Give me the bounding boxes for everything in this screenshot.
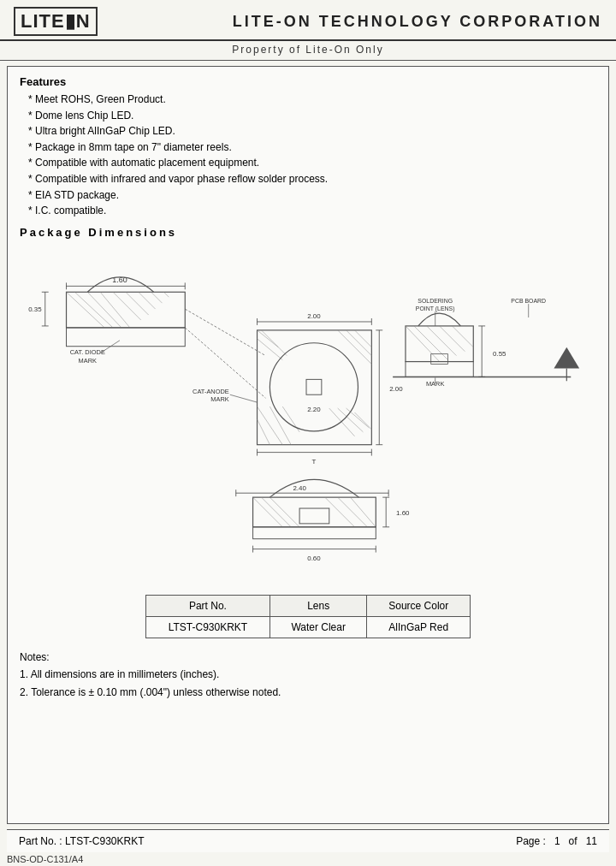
svg-line-84 [253,497,283,527]
feature-item: * Ultra bright AlInGaP Chip LED. [28,123,596,139]
svg-rect-18 [67,328,186,347]
footer-page-info: Page : 1 of 11 [516,835,597,847]
svg-line-31 [346,408,370,428]
svg-line-38 [338,330,372,365]
svg-text:2.00: 2.00 [389,385,403,393]
svg-line-65 [427,326,457,356]
table-area: Part No. Lens Source Color LTST-C930KRKT… [20,595,596,638]
note-item-2: 2. Tolerance is ± 0.10 mm (.004") unless… [20,684,596,701]
svg-text:MARK: MARK [79,356,97,364]
svg-line-36 [346,330,372,356]
svg-line-67 [453,326,474,347]
parts-table: Part No. Lens Source Color LTST-C930KRKT… [145,595,471,638]
logo-area: LITE▮N [14,7,98,36]
col-header-lens: Lens [270,595,367,616]
feature-item: * Compatible with automatic placement eq… [28,155,596,171]
footer-total-pages: 11 [586,835,597,847]
table-row: LTST-C930KRKT Water Clear AlInGaP Red [146,616,471,638]
main-content: Features * Meet ROHS, Green Product. * D… [7,66,609,824]
feature-item: * Package in 8mm tape on 7" diameter ree… [28,139,596,156]
feature-list: * Meet ROHS, Green Product. * Dome lens … [28,92,596,219]
bottom-label: BNS-OD-C131/A4 [0,852,616,866]
svg-line-85 [261,497,291,527]
feature-item: * Meet ROHS, Green Product. [28,92,596,108]
svg-rect-83 [253,497,376,527]
svg-text:1.60: 1.60 [396,509,410,517]
svg-line-32 [355,412,372,430]
notes-title: Notes: [20,649,596,666]
col-header-partno: Part No. [146,595,270,616]
svg-text:T: T [312,458,317,466]
page: LITE▮N LITE-ON TECHNOLOGY CORPORATION Pr… [0,0,616,866]
svg-text:2.20: 2.20 [307,406,321,413]
svg-text:MARK: MARK [210,395,228,403]
svg-line-25 [258,406,283,445]
package-title: Package Dimensions [20,226,596,239]
footer-of-label: of [569,835,578,847]
svg-line-15 [139,292,156,309]
svg-text:2.00: 2.00 [307,312,321,320]
svg-rect-91 [253,527,376,539]
svg-text:0.35: 0.35 [28,305,42,313]
footer-part-label: Part No. : LTST-C930KRKT [19,835,145,847]
subtitle: Property of Lite-On Only [0,41,616,61]
footer-page-label: Page : [516,835,546,847]
header: LITE▮N LITE-ON TECHNOLOGY CORPORATION [0,0,616,41]
note-item-1: 1. All dimensions are in millimeters (in… [20,666,596,683]
logo-box: LITE▮N [14,7,98,36]
svg-line-37 [355,330,372,347]
bottom-view: 2.40 [236,479,410,562]
feature-item: * Compatible with infrared and vapor pha… [28,171,596,187]
svg-marker-70 [554,347,579,368]
svg-line-27 [270,406,291,445]
svg-line-34 [258,339,283,360]
technical-diagram: 1.60 0.35 [20,244,596,586]
svg-line-35 [261,330,287,356]
svg-rect-40 [306,379,322,394]
feature-item: * Dome lens Chip LED. [28,108,596,124]
svg-line-14 [126,292,149,315]
cell-lens: Water Clear [270,616,367,638]
svg-text:CAT. DIODE: CAT. DIODE [70,347,105,355]
svg-line-10 [74,292,113,328]
footer-bar: Part No. : LTST-C930KRKT Page : 1 of 11 [7,829,609,852]
svg-text:POINT (LENS): POINT (LENS) [416,305,455,312]
left-top-view: 1.60 0.35 [28,276,265,398]
svg-line-66 [440,326,465,352]
company-name: LITE-ON TECHNOLOGY CORPORATION [233,13,602,31]
cell-color: AlInGaP Red [367,616,471,638]
feature-item: * I.C. compatible. [28,203,596,219]
feature-item: * EIA STD package. [28,187,596,204]
svg-line-13 [113,292,141,320]
svg-line-86 [270,497,299,527]
svg-text:2.40: 2.40 [293,484,306,492]
cell-partno: LTST-C930KRKT [146,616,270,638]
features-title: Features [20,75,596,88]
svg-rect-62 [406,326,473,362]
svg-text:PCB BOARD: PCB BOARD [511,298,546,304]
svg-point-39 [270,343,358,431]
svg-line-9 [67,292,105,328]
svg-text:0.55: 0.55 [493,349,506,357]
diagram-area: 1.60 0.35 [20,244,596,586]
svg-line-19 [185,309,265,356]
right-view: SOLDERING POINT (LENS) PCB BOARD [393,298,579,388]
svg-text:SOLDERING: SOLDERING [418,298,453,304]
svg-line-33 [258,330,279,347]
svg-rect-90 [299,508,329,524]
svg-text:0.60: 0.60 [307,555,321,562]
svg-line-44 [230,394,258,402]
svg-line-63 [406,326,440,362]
svg-rect-24 [258,330,372,445]
logo-text: LITE▮N [21,10,91,32]
center-view: 2.20 CAT-ANODE MARK 2.00 2.00 [192,312,403,466]
notes-area: Notes: 1. All dimensions are in millimet… [20,649,596,701]
svg-line-16 [151,292,163,303]
footer-page-num: 1 [554,835,560,847]
svg-line-17 [164,292,169,297]
svg-text:CAT-ANODE: CAT-ANODE [192,388,229,395]
col-header-color: Source Color [367,595,471,616]
